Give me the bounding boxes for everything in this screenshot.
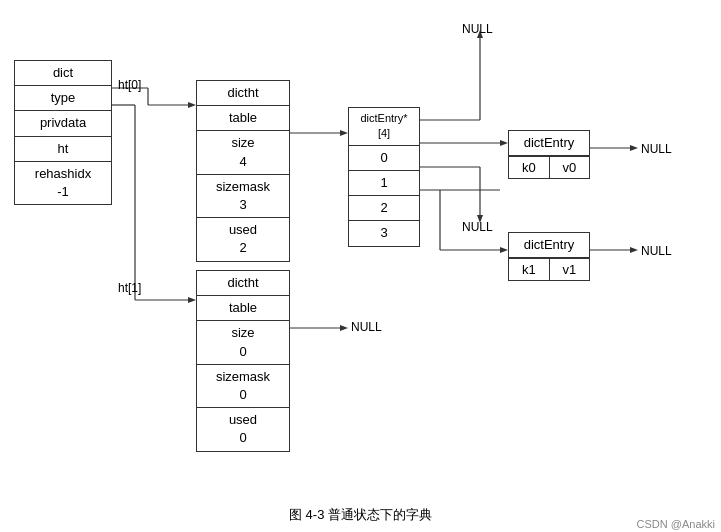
array-row-1: 1 [349, 171, 419, 196]
dictht-top-used: used2 [197, 218, 289, 260]
dictht-bottom-size: size0 [197, 321, 289, 364]
entry-top-label: dictEntry [509, 131, 589, 156]
dict-row-ht: ht [15, 137, 111, 162]
dict-row-rehashidx: rehashidx-1 [15, 162, 111, 204]
watermark: CSDN @Anakki [637, 518, 715, 530]
null-entry-bottom: NULL [641, 244, 672, 258]
entry-bottom-v1: v1 [550, 259, 590, 280]
array-row-0: 0 [349, 146, 419, 171]
array-header: dictEntry*[4] [349, 108, 419, 146]
entry-top-box: dictEntry k0 v0 [508, 130, 590, 179]
dict-row-type: type [15, 86, 111, 111]
dictht-top-sizemask: sizemask3 [197, 175, 289, 218]
dict-box: dict type privdata ht rehashidx-1 [14, 60, 112, 205]
ht0-label: ht[0] [118, 78, 141, 92]
dictht-bottom-box: dictht table size0 sizemask0 used0 [196, 270, 290, 452]
null-top: NULL [462, 22, 493, 36]
dict-row-privdata: privdata [15, 111, 111, 136]
svg-marker-25 [630, 247, 638, 253]
dictht-bottom-used: used0 [197, 408, 289, 450]
null-bottom-table: NULL [351, 320, 382, 334]
dictht-top-box: dictht table size4 sizemask3 used2 [196, 80, 290, 262]
svg-marker-9 [340, 130, 348, 136]
array-box: dictEntry*[4] 0 1 2 3 [348, 107, 420, 247]
svg-marker-14 [500, 140, 508, 146]
null-entry-top: NULL [641, 142, 672, 156]
entry-bottom-label: dictEntry [509, 233, 589, 258]
svg-marker-27 [340, 325, 348, 331]
svg-marker-3 [188, 102, 196, 108]
dictht-top-title: dictht [197, 81, 289, 106]
dictht-bottom-table: table [197, 296, 289, 321]
null-middle: NULL [462, 220, 493, 234]
entry-top-v0: v0 [550, 157, 590, 178]
diagram: dict type privdata ht rehashidx-1 ht[0] … [0, 0, 721, 500]
entry-top-k0: k0 [509, 157, 550, 178]
entry-bottom-k1: k1 [509, 259, 550, 280]
dictht-bottom-sizemask: sizemask0 [197, 365, 289, 408]
dictht-top-size: size4 [197, 131, 289, 174]
svg-marker-16 [630, 145, 638, 151]
ht1-label: ht[1] [118, 281, 141, 295]
svg-marker-23 [500, 247, 508, 253]
dictht-bottom-title: dictht [197, 271, 289, 296]
svg-marker-7 [188, 297, 196, 303]
dictht-top-table: table [197, 106, 289, 131]
dict-row-dict: dict [15, 61, 111, 86]
caption: 图 4-3 普通状态下的字典 [0, 500, 721, 528]
entry-bottom-box: dictEntry k1 v1 [508, 232, 590, 281]
array-row-2: 2 [349, 196, 419, 221]
array-row-3: 3 [349, 221, 419, 245]
